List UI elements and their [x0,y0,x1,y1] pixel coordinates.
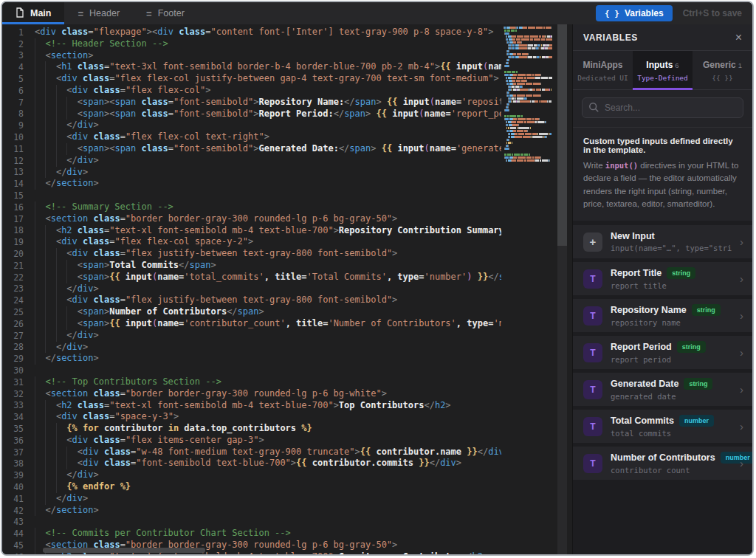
minimap-line [504,151,552,153]
code-line: 32 <section class="border border-gray-30… [2,388,501,400]
minimap-line [504,56,552,58]
code-line-text: <section class="border border-gray-300 r… [35,213,501,225]
variable-item-body: Report Periodstringreport_period [611,341,732,364]
braces-icon: { } [605,9,619,18]
minimap-line [504,156,552,159]
variable-item-generated_date[interactable]: TGenerated Datestringgenerated_date› [573,373,752,406]
code-line-text: <section> [35,50,501,62]
save-hint: Ctrl+S to save [683,8,742,18]
variable-item-total_commits[interactable]: TTotal Commitsnumbertotal_commits› [573,410,752,443]
code-line: 15 [2,190,501,202]
code-line-text: </section> [35,353,501,365]
minimap-line [504,154,552,156]
type-text-icon: T [583,343,602,362]
line-number: 32 [2,389,35,399]
code-line: 37 <div class="w-48 font-medium text-gra… [2,447,501,458]
variable-title: Repository Name [611,305,687,315]
code-line-text [35,190,501,202]
variables-button-label: Variables [625,8,664,18]
code-line: 42 </section> [2,505,501,517]
code-line-text: <div class="flex flex-col justify-betwee… [35,73,501,85]
code-line-text: <div class="flexpage"><div class="conten… [35,27,501,38]
code-line-text: <div class="flex justify-between text-gr… [35,294,501,306]
minimap-line [504,59,552,61]
variable-item-contributor_count[interactable]: TNumber of Contributorsnumbercontributor… [573,447,752,480]
code-line: 17 <section class="border border-gray-30… [2,213,501,225]
code-line: 34 <div class="space-y-3"> [2,411,501,423]
new-input-item[interactable]: +New Inputinput(name="…", type="string")… [573,225,752,258]
panel-tab-miniapps[interactable]: MiniAppsDedicated UI [573,51,633,89]
line-number: 24 [2,295,35,306]
line-number: 25 [2,307,35,317]
minimap-line [504,32,552,35]
type-badge: string [677,341,706,353]
tab-header[interactable]: =Header [64,2,133,24]
variable-item-report_title[interactable]: TReport Titlestringreport_title› [573,262,752,295]
horizontal-scrollbar-thumb[interactable] [43,548,205,553]
minimap-line [504,139,552,141]
code-line: 25 <span>Number of Contributors</span> [2,306,501,318]
minimap-line [504,130,552,132]
code-line: 26 <span>{{ input(name='contributor_coun… [2,318,501,330]
code-line: 16 <!-- Summary Section --> [2,202,501,213]
code-editor-text[interactable]: 1<div class="flexpage"><div class="conte… [2,24,501,554]
panel-tab-count: 1 [738,61,742,69]
code-line: 36 <div class="flex items-center gap-3"> [2,435,501,447]
minimap-line [504,53,552,55]
search-input[interactable] [582,97,743,118]
variables-button[interactable]: { } Variables [596,5,673,21]
code-line-text: <span><span class="font-semibold">Reposi… [35,97,501,108]
minimap-line [504,118,552,120]
type-text-icon: T [583,269,602,289]
tab-label: Main [30,8,51,18]
minimap[interactable] [504,27,552,162]
chevron-right-icon: › [740,235,743,248]
vertical-scrollbar-thumb[interactable] [557,24,567,246]
code-line: 41 </div> [2,493,501,505]
code-line: 28 </div> [2,342,501,354]
panel-tab-inputs[interactable]: Inputs6Type-Defined [633,51,693,89]
minimap-line [504,65,552,67]
variable-item-body: Number of Contributorsnumbercontributor_… [611,452,732,475]
line-number: 29 [2,354,35,364]
variable-item-body: Repository Namestringrepository_name [611,304,732,327]
minimap-line [504,80,552,82]
close-icon[interactable]: × [735,32,742,44]
code-line-text: <div class="w-48 font-medium text-gray-9… [35,447,501,458]
code-line-text: {% for contributor in data.top_contribut… [35,423,501,435]
code-line-text: <span>Number of Contributors</span> [35,306,501,318]
line-number: 19 [2,237,35,247]
variable-name: repository_name [611,318,732,327]
minimap-line [504,50,552,52]
code-line-text: <span>{{ input(name='total_commits', tit… [35,272,501,283]
panel-tab-generic[interactable]: Generic1{{ }} [693,51,752,89]
type-text-icon: T [583,380,602,399]
line-number: 12 [2,156,35,166]
code-line: 39 </div> [2,469,501,481]
plus-icon: + [583,232,602,252]
minimap-line [504,74,552,76]
variable-item-repository_name[interactable]: TRepository Namestringrepository_name› [573,299,752,332]
minimap-line [504,86,552,88]
code-line: 23 </div> [2,283,501,295]
minimap-line [504,145,552,147]
code-line: 6 <div class="flex flex-col"> [2,85,501,97]
code-line-text: <h2 class="text-xl font-semibold mb-4 te… [35,225,501,237]
lines-icon: = [78,8,83,19]
minimap-line [504,133,552,135]
minimap-line [504,127,552,129]
code-line: 29 </section> [2,353,501,365]
code-line-text: <!-- Summary Section --> [35,202,501,213]
vertical-scrollbar[interactable] [557,24,567,554]
variables-list: +New Inputinput(name="…", type="string")… [573,221,752,554]
variable-item-report_period[interactable]: TReport Periodstringreport_period› [573,336,752,369]
variables-panel-header: VARIABLES × [573,24,752,51]
minimap-line [504,103,552,106]
tab-main[interactable]: Main [2,2,64,24]
minimap-line [504,92,552,94]
code-line: 33 <h2 class="text-xl font-semibold mb-4… [2,400,501,412]
tab-footer[interactable]: =Footer [133,2,198,24]
minimap-line [504,83,552,85]
chevron-right-icon: › [740,346,743,359]
main-area: 1<div class="flexpage"><div class="conte… [2,24,752,554]
